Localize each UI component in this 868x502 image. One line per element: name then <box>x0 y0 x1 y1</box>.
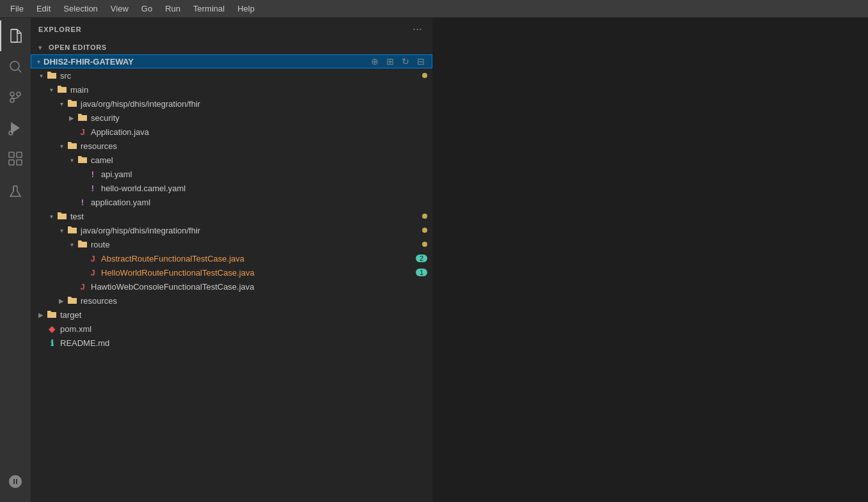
tree-item-security[interactable]: ▶security <box>31 111 432 125</box>
tree-item-resources[interactable]: ▾resources <box>31 139 432 153</box>
label-api-yaml: api.yaml <box>101 169 427 179</box>
icon-test-resources <box>67 295 78 307</box>
collapse-icon[interactable]: ⊟ <box>414 55 427 68</box>
new-file-icon[interactable]: ⊕ <box>368 55 381 68</box>
explorer-more-button[interactable]: ··· <box>410 21 425 37</box>
content-area <box>432 18 868 502</box>
tree-item-src[interactable]: ▾src <box>31 68 432 82</box>
icon-hello-world-route: J <box>87 268 99 278</box>
menu-item-view[interactable]: View <box>106 3 134 15</box>
icon-src <box>46 70 58 82</box>
menu-item-help[interactable]: Help <box>232 3 260 15</box>
tree-item-hello-world-camel[interactable]: !hello-world.camel.yaml <box>31 181 432 195</box>
icon-test <box>56 210 68 223</box>
label-target: target <box>60 310 427 320</box>
icon-readme-md: ℹ <box>46 338 58 348</box>
label-test-resources: resources <box>81 296 427 306</box>
tree-item-application-yaml[interactable]: !application.yaml <box>31 195 432 209</box>
tree-item-pom-xml[interactable]: ◆pom.xml <box>31 322 432 336</box>
menu-item-file[interactable]: File <box>5 3 29 15</box>
label-abstract-route: AbstractRouteFunctionalTestCase.java <box>101 254 413 263</box>
svg-point-6 <box>10 92 14 96</box>
explorer-header: EXPLORER ··· <box>31 18 432 40</box>
activity-icon-extensions[interactable] <box>0 143 31 174</box>
tree-item-hello-world-route[interactable]: JHelloWorldRouteFunctionalTestCase.java1 <box>31 265 432 279</box>
label-readme-md: README.md <box>60 338 427 348</box>
tree-item-hawtio[interactable]: JHawtioWebConsoleFunctionalTestCase.java <box>31 279 432 294</box>
activity-icon-remote[interactable] <box>0 466 31 497</box>
tree-item-camel[interactable]: ▾camel <box>31 153 432 167</box>
icon-pom-xml: ◆ <box>46 324 58 334</box>
icon-hawtio: J <box>77 282 88 292</box>
menu-item-run[interactable]: Run <box>160 3 185 15</box>
icon-route <box>77 239 88 251</box>
menu-item-terminal[interactable]: Terminal <box>188 3 230 15</box>
label-test-java-path: java/org/hisp/dhis/integration/fhir <box>81 226 422 235</box>
new-folder-icon[interactable]: ⊞ <box>384 55 397 68</box>
project-label: DHIS2-FHIR-GATEWAY <box>43 57 368 67</box>
tree-item-test-java-path[interactable]: ▾java/org/hisp/dhis/integration/fhir <box>31 223 432 237</box>
menu-item-go[interactable]: Go <box>136 3 157 15</box>
icon-security <box>77 112 88 124</box>
icon-main <box>56 84 68 96</box>
badge-hello-world-route: 1 <box>416 269 427 276</box>
icon-application-java: J <box>77 127 88 137</box>
tree-item-test-resources[interactable]: ▶resources <box>31 294 432 308</box>
chevron-test: ▾ <box>46 213 56 220</box>
tree-item-test[interactable]: ▾test <box>31 209 432 223</box>
activity-icon-flask[interactable] <box>0 176 31 207</box>
svg-line-5 <box>19 70 22 73</box>
icon-api-yaml: ! <box>87 169 99 179</box>
dot-test-java-path <box>422 228 427 233</box>
explorer-title: EXPLORER <box>38 26 82 33</box>
chevron-resources: ▾ <box>56 143 67 150</box>
activity-icon-run-debug[interactable] <box>0 113 31 143</box>
project-root-row[interactable]: ▾ DHIS2-FHIR-GATEWAY ⊕ ⊞ ↻ ⊟ <box>31 54 432 68</box>
icon-application-yaml: ! <box>77 198 88 207</box>
label-hello-world-camel: hello-world.camel.yaml <box>101 184 427 193</box>
label-main: main <box>70 85 427 95</box>
chevron-security: ▶ <box>67 114 77 122</box>
label-test: test <box>70 212 422 221</box>
tree-item-main[interactable]: ▾main <box>31 82 432 97</box>
chevron-route: ▾ <box>67 241 77 248</box>
label-security: security <box>91 113 427 123</box>
label-camel: camel <box>91 155 427 165</box>
label-hello-world-route: HelloWorldRouteFunctionalTestCase.java <box>101 268 413 278</box>
chevron-test-java-path: ▾ <box>56 227 67 234</box>
icon-hello-world-camel: ! <box>87 184 99 193</box>
badge-abstract-route: 2 <box>416 255 427 262</box>
svg-rect-0 <box>11 29 17 42</box>
sidebar: EXPLORER ··· ▾ OPEN EDITORS ▾ DHIS2-FHIR… <box>31 18 432 502</box>
open-editors-section[interactable]: ▾ OPEN EDITORS <box>31 40 432 54</box>
svg-point-4 <box>10 61 19 70</box>
label-java-path: java/org/hisp/dhis/integration/fhir <box>81 99 427 109</box>
icon-resources <box>67 140 78 152</box>
svg-rect-13 <box>17 152 22 157</box>
label-src: src <box>60 71 422 81</box>
chevron-java-path: ▾ <box>56 100 67 107</box>
activity-icon-search[interactable] <box>0 51 31 82</box>
main-layout: EXPLORER ··· ▾ OPEN EDITORS ▾ DHIS2-FHIR… <box>0 18 868 502</box>
dot-test <box>422 214 427 219</box>
icon-test-java-path <box>67 224 78 237</box>
label-pom-xml: pom.xml <box>60 324 427 334</box>
tree-item-readme-md[interactable]: ℹREADME.md <box>31 336 432 350</box>
icon-target <box>46 309 58 321</box>
dot-src <box>422 73 427 78</box>
svg-point-7 <box>10 98 14 102</box>
activity-icon-source-control[interactable] <box>0 82 31 113</box>
activity-icon-files[interactable] <box>0 20 31 51</box>
project-header-icons: ⊕ ⊞ ↻ ⊟ <box>368 55 427 68</box>
tree-item-application-java[interactable]: JApplication.java <box>31 125 432 139</box>
tree-item-java-path[interactable]: ▾java/org/hisp/dhis/integration/fhir <box>31 97 432 111</box>
tree-item-route[interactable]: ▾route <box>31 237 432 251</box>
tree-item-api-yaml[interactable]: !api.yaml <box>31 167 432 181</box>
menu-bar: // Render menu items immediately const p… <box>0 0 868 18</box>
menu-item-selection[interactable]: Selection <box>58 3 102 15</box>
menu-item-edit[interactable]: Edit <box>31 3 56 15</box>
refresh-icon[interactable]: ↻ <box>399 55 412 68</box>
label-application-yaml: application.yaml <box>91 198 427 207</box>
tree-item-abstract-route[interactable]: JAbstractRouteFunctionalTestCase.java2 <box>31 251 432 265</box>
tree-item-target[interactable]: ▶target <box>31 308 432 322</box>
